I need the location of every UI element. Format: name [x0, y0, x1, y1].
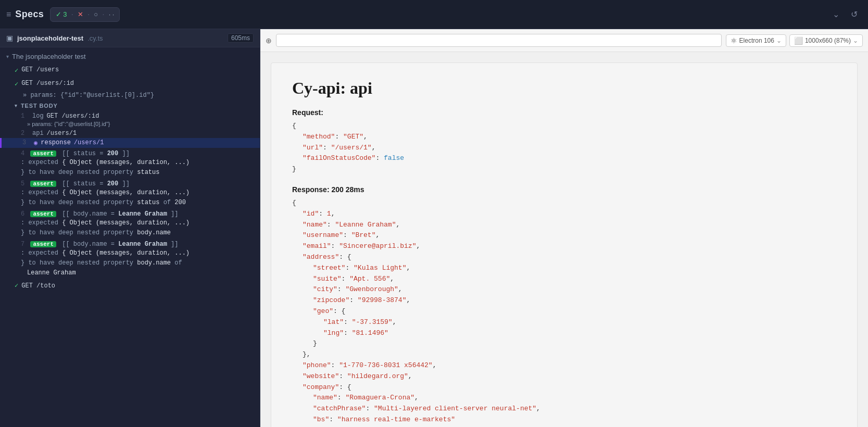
test-item-get-users-id[interactable]: ✓ GET /users/:id [0, 77, 260, 91]
page-title: Cy-api: api [292, 79, 836, 98]
assert-badge-5: assert [30, 181, 56, 187]
fail-icon: ✕ [78, 10, 83, 18]
assert-condition-4: [[ status = 200 ]] [62, 150, 130, 157]
res-username: "username": "Bret", [292, 230, 836, 241]
suite-chevron: ▾ [6, 54, 9, 59]
pass-icon-bottom: ✓ [15, 282, 18, 290]
status-divider: · [71, 10, 73, 19]
assert-sub-7c: Leanne Graham [0, 269, 260, 279]
req-failonstatus: "failOnStatusCode": false [292, 153, 836, 164]
res-email: "email": "Sincere@april.biz", [292, 241, 836, 252]
cmd-3-active[interactable]: 3 ◉ response /users/1 [0, 138, 260, 148]
cmd-path-2: /users/1 [47, 130, 77, 137]
file-name: jsonplaceholder-test [17, 34, 83, 42]
right-panel: ⊕ ⚛ Electron 106 ⌄ ⬜ 1000x660 (87%) ⌄ Cy… [260, 29, 868, 427]
viewport-selector[interactable]: ⬜ 1000x660 (87%) ⌄ [789, 34, 863, 47]
status-divider2: · [87, 10, 90, 19]
cmd-2[interactable]: 2 api /users/1 [0, 129, 260, 138]
url-bar[interactable] [276, 34, 722, 47]
res-lat: "lat": "-37.3159", [292, 317, 836, 328]
section-chevron: ▾ [15, 103, 18, 108]
electron-icon: ⚛ [731, 36, 737, 45]
fail-status: ✕ [78, 10, 83, 18]
res-street: "street": "Kulas Light", [292, 263, 836, 274]
assert-condition-7: [[ body.name = Leanne Graham ]] [62, 241, 178, 248]
assert-badge-6: assert [30, 211, 56, 217]
extra-dots: · · [109, 10, 115, 18]
file-header: ▣ jsonplaceholder-test .cy.ts 605ms [0, 29, 260, 47]
test-label-1: GET /users [21, 66, 59, 73]
assert-sub-5a: : expected { Object (messages, duration,… [0, 189, 260, 198]
test-list: ▾ The jsonplaceholder test ✓ GET /users … [0, 47, 260, 427]
menu-icon[interactable]: ≡ [6, 10, 11, 19]
test-label-2: GET /users/:id [21, 80, 74, 87]
dropdown-button[interactable]: ⌄ [828, 7, 844, 21]
status-group: ✓ 3 · ✕ · ○ · · · [50, 7, 120, 22]
file-icon: ▣ [6, 34, 13, 42]
topbar-actions: ⌄ ↺ [828, 7, 862, 21]
res-zipcode: "zipcode": "92998-3874", [292, 295, 836, 306]
main-layout: ▣ jsonplaceholder-test .cy.ts 605ms ▾ Th… [0, 29, 868, 427]
status-divider3: · [102, 10, 104, 19]
refresh-button[interactable]: ↺ [847, 7, 862, 21]
res-company-name: "name": "Romaguera-Crona", [292, 393, 836, 404]
res-lng: "lng": "81.1496" [292, 328, 836, 339]
res-suite: "suite": "Apt. 556", [292, 274, 836, 285]
assert-badge-4: assert [30, 150, 56, 157]
left-panel: ▣ jsonplaceholder-test .cy.ts 605ms ▾ Th… [0, 29, 260, 427]
test-body-label: TEST BODY [21, 103, 58, 109]
assert-sub-6b: } to have deep nested property body.name [0, 229, 260, 238]
topbar-left: ≡ Specs [6, 9, 44, 20]
res-address-open: "address": { [292, 252, 836, 263]
viewport-label: 1000x660 (87%) [805, 37, 851, 44]
viewport: Cy-api: api Request: { "method": "GET", … [260, 52, 868, 427]
assert-sub-4a: : expected { Object (messages, duration,… [0, 158, 260, 168]
viewport-chevron: ⌄ [853, 37, 858, 44]
cmd-1[interactable]: 1 log GET /users/:id [0, 111, 260, 121]
res-brace-open: { [292, 198, 836, 209]
res-website: "website": "hildegard.org", [292, 371, 836, 382]
cmd-num-3: 3 [22, 139, 31, 146]
assert-condition-6: [[ body.name = Leanne Graham ]] [62, 210, 178, 218]
electron-selector[interactable]: ⚛ Electron 106 ⌄ [726, 34, 786, 47]
res-company-open: "company": { [292, 382, 836, 393]
test-bottom-get-toto[interactable]: ✓ GET /toto [0, 279, 260, 293]
assert-badge-7: assert [30, 241, 56, 247]
assert-sub-7a: : expected { Object (messages, duration,… [0, 249, 260, 259]
assert-sub-6a: : expected { Object (messages, duration,… [0, 219, 260, 229]
test-body-header[interactable]: ▾ TEST BODY [0, 100, 260, 111]
cmd-keyword-3: response [41, 139, 71, 146]
assert-4[interactable]: 4 assert [[ status = 200 ]] [0, 148, 260, 158]
response-icon: ◉ [34, 139, 37, 147]
file-time: 605ms [228, 33, 254, 43]
test-item-get-users[interactable]: ✓ GET /users [0, 64, 260, 77]
res-geo-open: "geo": { [292, 306, 836, 317]
req-brace-close: } [292, 164, 836, 175]
pass-icon-2: ✓ [15, 80, 18, 88]
crosshair-icon[interactable]: ⊕ [266, 36, 272, 45]
electron-label: Electron 106 [739, 37, 774, 44]
req-brace-open: { [292, 121, 836, 132]
browser-info: ⚛ Electron 106 ⌄ ⬜ 1000x660 (87%) ⌄ [726, 34, 863, 47]
content-area: Cy-api: api Request: { "method": "GET", … [271, 62, 858, 427]
test-subitem-params: » params: {"id":"@userlist.[0].id"} [0, 91, 260, 100]
res-name: "name": "Leanne Graham", [292, 220, 836, 231]
res-phone: "phone": "1-770-736-8031 x56442", [292, 360, 836, 371]
cmd-num-1: 1 [21, 112, 29, 120]
res-city: "city": "Gwenborough", [292, 284, 836, 295]
response-label: Response: 200 28ms [292, 185, 836, 194]
request-label: Request: [292, 108, 836, 117]
app-title: Specs [15, 9, 44, 20]
electron-chevron: ⌄ [776, 37, 782, 44]
assert-5[interactable]: 5 assert [[ status = 200 ]] [0, 178, 260, 189]
res-geo-close: } [292, 338, 836, 349]
req-method: "method": "GET", [292, 132, 836, 143]
assert-6[interactable]: 6 assert [[ body.name = Leanne Graham ]] [0, 208, 260, 219]
viewport-icon: ⬜ [794, 36, 803, 45]
res-id: "id": 1, [292, 209, 836, 220]
suite-label: The jsonplaceholder test [12, 53, 86, 60]
assert-7[interactable]: 7 assert [[ body.name = Leanne Graham ]] [0, 238, 260, 249]
pass-count: 3 [63, 10, 67, 18]
suite-header[interactable]: ▾ The jsonplaceholder test [0, 49, 260, 64]
pending-icon: ○ [94, 10, 98, 18]
